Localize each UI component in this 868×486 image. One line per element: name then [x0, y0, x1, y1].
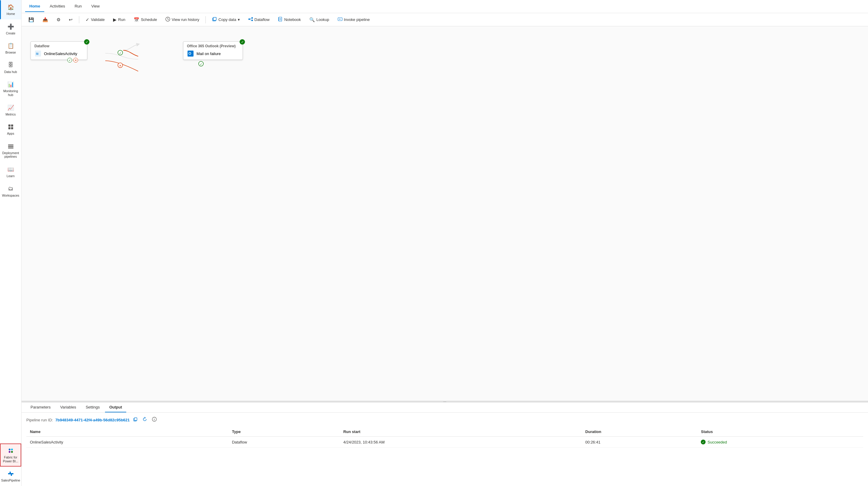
monitoring-icon: 📊: [7, 81, 14, 88]
notebook-label: Notebook: [284, 18, 301, 22]
sidebar-item-home[interactable]: 🏠 Home: [0, 0, 21, 20]
sidebar-item-datahub[interactable]: 🗄 Data hub: [0, 58, 21, 78]
dataflow-activity-name: OnlineSalesActivity: [44, 52, 77, 56]
undo-button[interactable]: ↩: [65, 15, 76, 24]
office365-node-header: Office 365 Outlook (Preview): [187, 44, 239, 48]
table-row[interactable]: OnlineSalesActivity Dataflow 4/24/2023, …: [26, 436, 863, 448]
run-label: Run: [118, 18, 125, 22]
datahub-icon: 🗄: [7, 62, 14, 69]
schedule-button[interactable]: 📅 Schedule: [130, 15, 160, 24]
invoke-pipeline-button[interactable]: Invoke pipeline: [334, 15, 373, 24]
dataflow-label: Dataflow: [254, 18, 270, 22]
notebook-button[interactable]: Notebook: [275, 15, 304, 24]
svg-rect-41: [134, 418, 137, 421]
fabric-icon: [7, 447, 14, 454]
status-dot: ✓: [701, 439, 706, 445]
panel-output-content: Pipeline run ID: 7b948349-4471-42f4-a49b…: [22, 413, 868, 486]
svg-rect-16: [213, 18, 216, 20]
svg-point-7: [9, 449, 10, 450]
dataflow-node[interactable]: ✓ Dataflow ≋ OnlineSalesActivity: [31, 41, 87, 60]
tab-home[interactable]: Home: [25, 1, 44, 12]
office365-node-content: O Mail on failure: [187, 50, 239, 57]
settings-button[interactable]: ⚙: [53, 15, 64, 24]
dataflow-node-content: ≋ OnlineSalesActivity: [34, 50, 84, 57]
svg-rect-25: [278, 20, 279, 21]
lookup-label: Lookup: [316, 18, 329, 22]
sidebar-item-metrics[interactable]: 📈 Metrics: [0, 100, 21, 120]
toolbar: 💾 📥 ⚙ ↩ ✓ Validate ▶ Run 📅 Schedule: [22, 13, 868, 26]
sidebar-item-apps[interactable]: Apps: [0, 120, 21, 139]
sidebar-item-salespipeline[interactable]: SalesPipeline: [0, 466, 21, 486]
copy-data-icon: [212, 17, 217, 23]
success-indicator: ✓: [67, 58, 72, 63]
save-icon: 💾: [28, 17, 34, 23]
schedule-icon: 📅: [134, 17, 140, 23]
pipeline-run-id-value: 7b948349-4471-42f4-a49b-56d82c95b621: [55, 418, 130, 422]
connector: [123, 41, 147, 65]
output-table-header: Name Type Run start Duration Status: [26, 427, 863, 436]
svg-point-9: [9, 451, 10, 453]
divider-1: [79, 16, 79, 23]
svg-rect-0: [8, 124, 10, 127]
svg-point-18: [251, 18, 253, 19]
dataflow-button[interactable]: Dataflow: [245, 15, 273, 24]
svg-text:O: O: [188, 52, 191, 56]
svg-rect-13: [11, 474, 12, 476]
row-name: OnlineSalesActivity: [26, 436, 228, 448]
row-run-start: 4/24/2023, 10:43:56 AM: [340, 436, 582, 448]
row-type: Dataflow: [228, 436, 339, 448]
output-table-body: OnlineSalesActivity Dataflow 4/24/2023, …: [26, 436, 863, 448]
svg-rect-2: [8, 127, 10, 129]
svg-rect-11: [8, 473, 13, 474]
svg-line-21: [250, 20, 251, 20]
tab-run[interactable]: Run: [70, 1, 86, 12]
home-icon: 🏠: [7, 4, 14, 11]
undo-icon: ↩: [69, 17, 73, 23]
tab-parameters[interactable]: Parameters: [26, 402, 55, 413]
lookup-icon: 🔍: [309, 17, 315, 23]
sidebar-item-create[interactable]: ➕ Create: [0, 20, 21, 39]
connector-svg: [123, 41, 147, 65]
failure-indicator: ✕: [73, 58, 78, 63]
save-button[interactable]: 💾: [25, 15, 37, 24]
schedule-label: Schedule: [141, 18, 157, 22]
run-icon: ▶: [113, 17, 117, 23]
validate-label: Validate: [91, 18, 105, 22]
copy-run-id-button[interactable]: [132, 417, 139, 423]
lookup-button[interactable]: 🔍 Lookup: [306, 15, 333, 24]
refresh-button[interactable]: [141, 416, 148, 423]
save-draft-button[interactable]: 📥: [39, 15, 52, 24]
sidebar-item-deployment[interactable]: Deployment pipelines: [0, 139, 21, 162]
tab-output[interactable]: Output: [105, 402, 126, 413]
info-button[interactable]: i: [151, 416, 158, 423]
validate-button[interactable]: ✓ Validate: [82, 15, 108, 24]
dataflow-node-header: Dataflow: [34, 44, 84, 48]
apps-icon: [7, 123, 14, 130]
outlook-icon: O: [187, 50, 194, 57]
copy-data-label: Copy data: [218, 18, 236, 22]
tab-view[interactable]: View: [87, 1, 104, 12]
view-run-history-button[interactable]: View run history: [162, 15, 203, 24]
svg-text:≋: ≋: [36, 52, 39, 56]
office365-node[interactable]: ✓ Office 365 Outlook (Preview) O: [183, 41, 243, 60]
svg-text:i: i: [154, 418, 155, 421]
sidebar-item-learn[interactable]: 📖 Learn: [0, 162, 21, 182]
copy-data-button[interactable]: Copy data ▾: [209, 15, 243, 24]
col-run-start: Run start: [340, 427, 582, 436]
col-duration: Duration: [582, 427, 698, 436]
sidebar-item-workspaces[interactable]: 🗂 Workspaces: [0, 182, 21, 201]
run-history-icon: [165, 17, 170, 23]
tab-settings[interactable]: Settings: [81, 402, 104, 413]
tab-activities[interactable]: Activities: [45, 1, 69, 12]
status-text: Succeeded: [707, 440, 727, 445]
sidebar-item-browse[interactable]: 📋 Browse: [0, 39, 21, 58]
row-status: ✓ Succeeded: [697, 436, 863, 448]
run-button[interactable]: ▶ Run: [110, 15, 129, 24]
validate-icon: ✓: [86, 17, 89, 23]
sidebar-item-fabric[interactable]: Fabric for Power BI...: [0, 444, 21, 466]
col-name: Name: [26, 427, 228, 436]
svg-rect-3: [11, 127, 13, 129]
sidebar-item-monitoring[interactable]: 📊 Monitoring hub: [0, 77, 21, 100]
tab-variables[interactable]: Variables: [56, 402, 80, 413]
pipeline-canvas[interactable]: ✓ ✕ ✓ ✓ Dataflow: [22, 26, 868, 401]
